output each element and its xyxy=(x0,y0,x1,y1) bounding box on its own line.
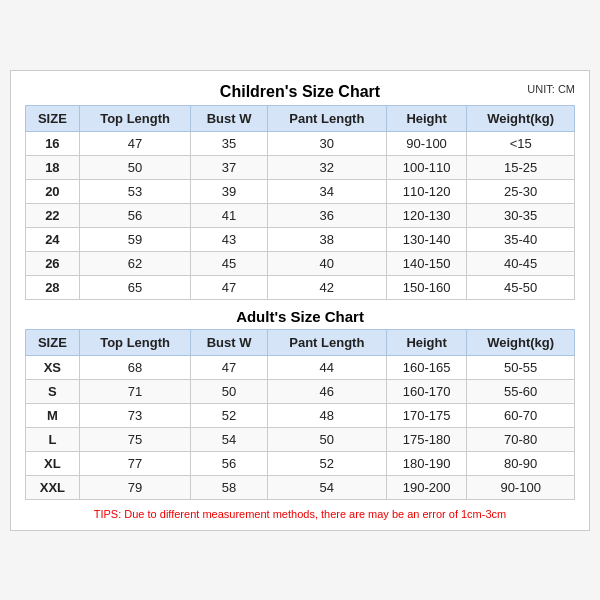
tips-text: TIPS: Due to different measurement metho… xyxy=(25,508,575,520)
table-cell: 30 xyxy=(267,131,386,155)
children-header-cell: Weight(kg) xyxy=(467,105,575,131)
children-size-table: SIZETop LengthBust WPant LengthHeightWei… xyxy=(25,105,575,300)
table-cell: 59 xyxy=(79,227,191,251)
adult-size-table: SIZETop LengthBust WPant LengthHeightWei… xyxy=(25,329,575,500)
table-cell: 53 xyxy=(79,179,191,203)
unit-label: UNIT: CM xyxy=(527,83,575,95)
children-chart-title: Children's Size Chart UNIT: CM xyxy=(25,83,575,101)
table-cell: 90-100 xyxy=(467,475,575,499)
table-cell: 37 xyxy=(191,155,267,179)
table-row: 26624540140-15040-45 xyxy=(26,251,575,275)
adult-chart-title: Adult's Size Chart xyxy=(25,300,575,329)
table-cell: 130-140 xyxy=(386,227,466,251)
table-cell: 44 xyxy=(267,355,386,379)
table-cell: 42 xyxy=(267,275,386,299)
table-cell: 70-80 xyxy=(467,427,575,451)
table-cell: 18 xyxy=(26,155,80,179)
table-cell: 26 xyxy=(26,251,80,275)
table-cell: <15 xyxy=(467,131,575,155)
table-cell: 73 xyxy=(79,403,191,427)
table-row: S715046160-17055-60 xyxy=(26,379,575,403)
table-cell: 75 xyxy=(79,427,191,451)
table-cell: 43 xyxy=(191,227,267,251)
table-cell: 140-150 xyxy=(386,251,466,275)
table-cell: 28 xyxy=(26,275,80,299)
table-row: XXL795854190-20090-100 xyxy=(26,475,575,499)
table-cell: 90-100 xyxy=(386,131,466,155)
table-cell: 32 xyxy=(267,155,386,179)
table-cell: 65 xyxy=(79,275,191,299)
table-row: 22564136120-13030-35 xyxy=(26,203,575,227)
table-cell: 46 xyxy=(267,379,386,403)
table-cell: 100-110 xyxy=(386,155,466,179)
table-cell: 20 xyxy=(26,179,80,203)
table-row: 1647353090-100<15 xyxy=(26,131,575,155)
table-row: M735248170-17560-70 xyxy=(26,403,575,427)
table-row: 18503732100-11015-25 xyxy=(26,155,575,179)
adult-header-cell: Height xyxy=(386,329,466,355)
table-cell: 52 xyxy=(267,451,386,475)
table-cell: 50 xyxy=(79,155,191,179)
table-row: XL775652180-19080-90 xyxy=(26,451,575,475)
table-cell: 48 xyxy=(267,403,386,427)
table-cell: 50-55 xyxy=(467,355,575,379)
table-cell: 36 xyxy=(267,203,386,227)
table-cell: 120-130 xyxy=(386,203,466,227)
table-cell: 47 xyxy=(191,275,267,299)
table-cell: 38 xyxy=(267,227,386,251)
table-cell: 56 xyxy=(191,451,267,475)
children-title-text: Children's Size Chart xyxy=(220,83,380,100)
adult-header-cell: Bust W xyxy=(191,329,267,355)
table-cell: 150-160 xyxy=(386,275,466,299)
children-header-cell: SIZE xyxy=(26,105,80,131)
table-cell: 190-200 xyxy=(386,475,466,499)
table-cell: 24 xyxy=(26,227,80,251)
children-header-cell: Bust W xyxy=(191,105,267,131)
table-cell: 45 xyxy=(191,251,267,275)
table-cell: 160-165 xyxy=(386,355,466,379)
table-cell: XS xyxy=(26,355,80,379)
table-cell: 16 xyxy=(26,131,80,155)
table-cell: 58 xyxy=(191,475,267,499)
table-cell: 55-60 xyxy=(467,379,575,403)
table-cell: 62 xyxy=(79,251,191,275)
adult-header-cell: Weight(kg) xyxy=(467,329,575,355)
children-header-cell: Top Length xyxy=(79,105,191,131)
adult-header-cell: SIZE xyxy=(26,329,80,355)
adult-header-row: SIZETop LengthBust WPant LengthHeightWei… xyxy=(26,329,575,355)
table-cell: 52 xyxy=(191,403,267,427)
table-cell: 50 xyxy=(191,379,267,403)
children-header-cell: Height xyxy=(386,105,466,131)
table-cell: 56 xyxy=(79,203,191,227)
table-row: L755450175-18070-80 xyxy=(26,427,575,451)
table-cell: 22 xyxy=(26,203,80,227)
table-row: 28654742150-16045-50 xyxy=(26,275,575,299)
table-cell: 45-50 xyxy=(467,275,575,299)
children-header-cell: Pant Length xyxy=(267,105,386,131)
table-cell: XXL xyxy=(26,475,80,499)
table-cell: 180-190 xyxy=(386,451,466,475)
table-cell: 40 xyxy=(267,251,386,275)
table-cell: 77 xyxy=(79,451,191,475)
children-header-row: SIZETop LengthBust WPant LengthHeightWei… xyxy=(26,105,575,131)
table-cell: 47 xyxy=(79,131,191,155)
table-cell: 170-175 xyxy=(386,403,466,427)
table-row: XS684744160-16550-55 xyxy=(26,355,575,379)
table-cell: S xyxy=(26,379,80,403)
table-cell: 80-90 xyxy=(467,451,575,475)
table-cell: 40-45 xyxy=(467,251,575,275)
adult-header-cell: Top Length xyxy=(79,329,191,355)
table-cell: 68 xyxy=(79,355,191,379)
adult-header-cell: Pant Length xyxy=(267,329,386,355)
table-cell: 110-120 xyxy=(386,179,466,203)
table-cell: 50 xyxy=(267,427,386,451)
table-cell: 35-40 xyxy=(467,227,575,251)
table-cell: 175-180 xyxy=(386,427,466,451)
table-cell: 71 xyxy=(79,379,191,403)
table-row: 20533934110-12025-30 xyxy=(26,179,575,203)
table-cell: XL xyxy=(26,451,80,475)
table-cell: L xyxy=(26,427,80,451)
table-cell: 34 xyxy=(267,179,386,203)
table-cell: 39 xyxy=(191,179,267,203)
table-row: 24594338130-14035-40 xyxy=(26,227,575,251)
